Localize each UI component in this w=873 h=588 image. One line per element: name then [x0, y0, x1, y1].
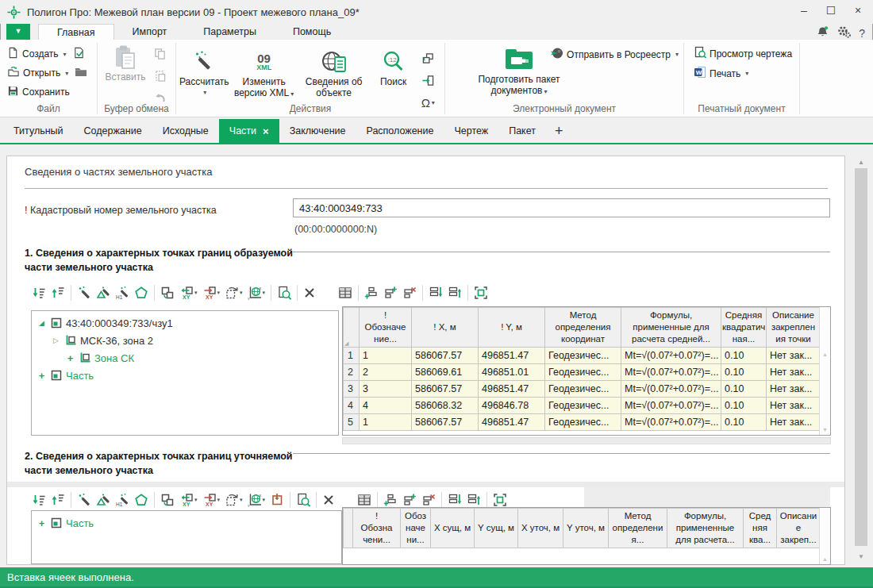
scroll-up-icon[interactable]: ▲ [854, 159, 868, 166]
column-header[interactable]: Y уточ, м [563, 509, 609, 548]
wand-triangle-button[interactable] [94, 491, 113, 509]
table-cell[interactable]: 0.10 [721, 381, 767, 398]
add-tab-button[interactable]: + [546, 119, 572, 143]
table-cell[interactable]: Mt=√(0.07²+0.07²)=... [621, 398, 721, 414]
column-header[interactable]: Метод определения координат [545, 308, 621, 348]
table-cell[interactable]: 496851.47 [479, 414, 545, 431]
doc-tab[interactable]: Расположение [356, 119, 444, 143]
table-cell[interactable]: 586067.57 [412, 348, 479, 364]
wand-points-button[interactable]: H1 [113, 284, 132, 302]
close-button[interactable]: × [844, 0, 871, 21]
table-cell[interactable]: Геодезичес... [545, 381, 621, 398]
table-cell[interactable]: 586068.32 [412, 398, 479, 414]
table-cell[interactable]: 1 [360, 348, 412, 364]
import-xy-button[interactable]: XY▾ [177, 284, 200, 302]
copy-contour-button[interactable] [158, 284, 177, 302]
doc-tab[interactable]: Содержание [74, 119, 152, 143]
row-delete-button[interactable] [419, 491, 438, 509]
table-cell[interactable]: Mt=√(0.07²+0.07²)=... [621, 364, 721, 381]
column-header[interactable]: ! Обозначе ние... [360, 308, 412, 348]
table-cell[interactable]: 496851.01 [479, 364, 545, 381]
tree-item[interactable]: +Зона СК [32, 349, 338, 367]
scroll-up-icon[interactable]: ▲ [820, 352, 830, 357]
copy-contour-button[interactable] [158, 491, 177, 509]
column-header[interactable]: Средняя квадратич ная... [721, 308, 767, 348]
cadastral-number-input[interactable] [293, 198, 830, 217]
new-project-icon[interactable] [73, 47, 85, 61]
delete-x-button[interactable] [320, 492, 337, 508]
settings-gears-icon[interactable] [836, 25, 851, 41]
sort-asc-button[interactable] [48, 284, 67, 302]
table-cell[interactable]: Mt=√(0.07²+0.07²)=... [621, 414, 721, 431]
table-grid-button[interactable] [355, 491, 374, 509]
row-insert-above-button[interactable] [381, 284, 400, 302]
create-button[interactable]: Создать ▾ [7, 47, 92, 61]
preview-doc-button[interactable] [294, 491, 313, 509]
rotate-shape-button[interactable]: ▾ [222, 491, 245, 509]
column-header[interactable]: ! Обозна чени... [353, 509, 401, 548]
magic-wand-button[interactable] [75, 284, 94, 302]
table-cell[interactable]: 496846.78 [479, 398, 545, 414]
doc-tab-active[interactable]: Части× [219, 119, 279, 143]
expander-collapsed-icon[interactable]: ▷ [51, 336, 61, 344]
expand-selection-button[interactable] [490, 491, 510, 509]
table-cell[interactable]: 496851.47 [479, 348, 545, 364]
column-header[interactable]: Y сущ, м [475, 509, 518, 548]
table-cell[interactable]: Геодезичес... [545, 364, 621, 381]
select-all-corner[interactable]: ◢ [344, 308, 360, 348]
ribbon-tab[interactable]: Помощь [275, 24, 349, 40]
column-header[interactable]: Сред няя ква... [744, 509, 777, 548]
table-cell[interactable]: 496851.47 [479, 381, 545, 398]
row-number[interactable]: 2 [344, 364, 360, 381]
column-header[interactable]: X сущ, м [431, 509, 475, 548]
add-node-icon[interactable]: + [37, 517, 47, 529]
row-move-down-button[interactable] [426, 284, 445, 302]
ribbon-tab[interactable]: Импорт [114, 24, 186, 40]
magic-wand-button[interactable] [75, 491, 94, 509]
export-xy-button[interactable]: XY▾ [200, 284, 223, 302]
wand-triangle-button[interactable] [94, 284, 113, 302]
column-header[interactable]: Формулы, примененные для расчета средней… [621, 308, 721, 348]
import-xy-button[interactable]: XY▾ [177, 491, 200, 509]
doc-tab[interactable]: Заключение [279, 119, 356, 143]
table-vertical-scrollbar[interactable]: ▲ ▼ [819, 307, 830, 435]
page-scrollbar[interactable]: ▲ ▼ [854, 156, 868, 565]
table-cell[interactable]: 586067.57 [412, 381, 479, 398]
close-tab-icon[interactable]: × [263, 126, 269, 136]
row-move-down-button[interactable] [445, 491, 464, 509]
row-number[interactable]: 1 [344, 348, 360, 364]
print-button[interactable]: W Печать ▾ [694, 66, 794, 81]
maximize-button[interactable]: ☐ [817, 0, 844, 21]
table-cell[interactable]: Геодезичес... [545, 398, 621, 414]
help-icon[interactable]: ? [859, 27, 865, 40]
column-header[interactable]: Метод определени я... [609, 509, 667, 548]
table-cell[interactable]: 0.10 [721, 414, 767, 431]
doc-tab[interactable]: Пакет [498, 119, 546, 143]
expander-expanded-icon[interactable]: ◢ [37, 319, 47, 327]
globe-axes-button[interactable]: xy▾ [245, 284, 268, 302]
scroll-down-icon[interactable]: ▼ [820, 427, 830, 432]
export-xy-button[interactable]: XY▾ [200, 491, 223, 509]
table-grid-button[interactable] [336, 284, 355, 302]
preview-drawing-button[interactable]: Просмотр чертежа [694, 46, 794, 61]
notifications-bell-icon[interactable] [817, 25, 829, 41]
column-header[interactable]: ! X, м [412, 308, 479, 348]
table-cell[interactable]: Геодезичес... [545, 348, 621, 364]
copy-into-button[interactable] [267, 491, 287, 509]
save-button[interactable]: Сохранить [7, 85, 92, 99]
table-cell[interactable]: 0.10 [721, 398, 767, 414]
table-vertical-scrollbar[interactable]: ▲ [819, 508, 830, 564]
wand-points-button[interactable]: H1 [113, 491, 132, 509]
open-button[interactable]: Открыть ▾ [7, 66, 92, 80]
copy-icon[interactable] [154, 48, 166, 63]
table-cell[interactable]: 2 [360, 364, 412, 381]
table-cell[interactable]: 0.10 [721, 348, 767, 364]
row-delete-button[interactable] [400, 284, 419, 302]
row-insert-below-button[interactable] [362, 284, 381, 302]
send-to-rosreestr-button[interactable]: Отправить в Росреестр ▾ [550, 47, 679, 62]
table-cell[interactable]: Mt=√(0.07²+0.07²)=... [621, 348, 721, 364]
table-cell[interactable]: 586067.57 [412, 414, 479, 431]
scrollbar-thumb[interactable] [855, 168, 867, 546]
table-cell[interactable]: Mt=√(0.07²+0.07²)=... [621, 381, 721, 398]
select-all-corner[interactable] [344, 509, 353, 548]
